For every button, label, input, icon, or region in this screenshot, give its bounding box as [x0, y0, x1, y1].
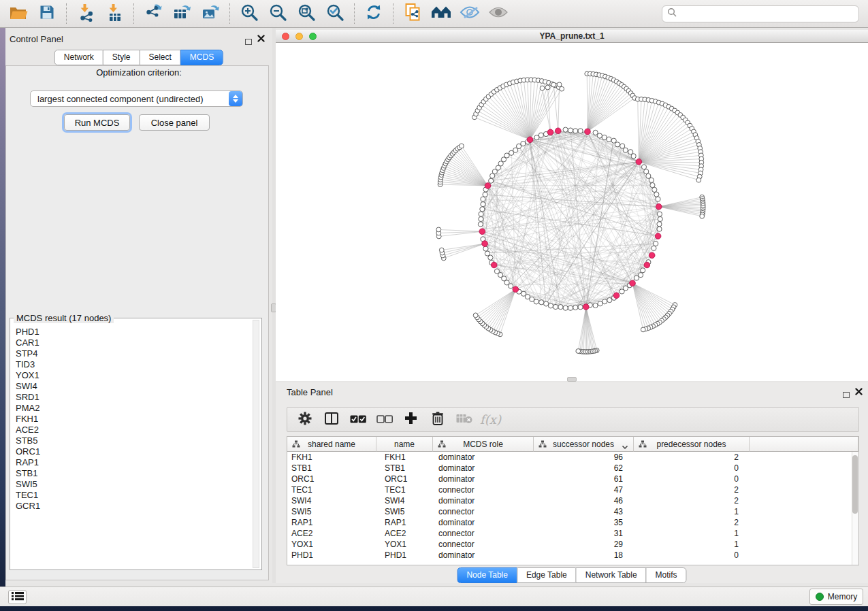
table-scrollbar[interactable] — [852, 452, 858, 565]
maximize-window-icon[interactable] — [309, 33, 317, 40]
table-split-view-button[interactable] — [318, 410, 344, 430]
criterion-dropdown[interactable]: largest connected component (undirected) — [30, 90, 243, 107]
table-cell: 0 — [634, 463, 750, 473]
table-row[interactable]: SWI5SWI5connector431 — [287, 506, 858, 517]
table-cell: FKH1 — [376, 452, 433, 462]
show-all-button[interactable] — [484, 2, 513, 25]
import-network-button[interactable] — [71, 2, 100, 25]
float-window-icon[interactable] — [245, 35, 252, 48]
network-window-titlebar[interactable]: YPA_prune.txt_1 — [276, 30, 868, 43]
tab-motifs[interactable]: Motifs — [646, 567, 687, 583]
import-table-button[interactable] — [100, 2, 129, 25]
table-cell: SWI4 — [287, 496, 376, 506]
mcds-result-item[interactable]: TEC1 — [16, 490, 249, 501]
table-row[interactable]: RAP1RAP1dominator352 — [287, 517, 858, 528]
mcds-result-list[interactable]: PHD1CAR1STP4TID3YOX1SWI4SRD1PMA2FKH1ACE2… — [16, 327, 249, 567]
horizontal-splitter-handle[interactable] — [567, 377, 577, 382]
select-all-rows-button[interactable] — [344, 410, 371, 430]
mcds-result-item[interactable]: SWI4 — [16, 381, 249, 392]
table-cell: dominator — [433, 474, 534, 484]
mcds-result-item[interactable]: SWI5 — [16, 479, 249, 490]
export-network-button[interactable] — [139, 2, 167, 25]
minimize-window-icon[interactable] — [295, 33, 303, 40]
close-window-icon[interactable] — [282, 33, 289, 40]
zoom-fit-button[interactable] — [292, 2, 321, 25]
sort-descending-icon — [622, 442, 628, 452]
tab-network-table[interactable]: Network Table — [576, 567, 647, 583]
gear-icon — [298, 412, 312, 428]
open-file-button[interactable] — [4, 2, 33, 25]
column-label: name — [394, 440, 415, 449]
zoom-in-button[interactable] — [235, 2, 263, 25]
tab-style[interactable]: Style — [103, 50, 140, 65]
network-window-title: YPA_prune.txt_1 — [539, 31, 604, 41]
export-image-button[interactable] — [196, 2, 225, 25]
table-cell: connector — [433, 540, 534, 549]
search-input[interactable] — [677, 7, 858, 21]
table-row[interactable]: ACE2ACE2connector311 — [287, 528, 858, 539]
table-cell: dominator — [433, 496, 534, 506]
close-panel-button[interactable]: Close panel — [139, 114, 210, 131]
table-row[interactable]: SWI4SWI4dominator462 — [287, 495, 858, 506]
node-table-body[interactable]: FKH1FKH1dominator962STB1STB1dominator620… — [287, 452, 858, 561]
tab-network[interactable]: Network — [54, 50, 103, 65]
table-row[interactable]: YOX1YOX1connector291 — [287, 539, 858, 550]
export-table-button[interactable] — [167, 2, 196, 25]
column-header-mcds-role[interactable]: MCDS role — [433, 437, 534, 452]
tab-select[interactable]: Select — [140, 50, 181, 65]
table-row[interactable]: ORC1ORC1dominator610 — [287, 474, 858, 484]
zoom-out-button[interactable] — [263, 2, 292, 25]
run-mcds-button[interactable]: Run MCDS — [64, 114, 130, 131]
save-session-button[interactable] — [33, 2, 61, 25]
column-header-shared-name[interactable]: shared name — [287, 437, 376, 452]
mcds-result-item[interactable]: ORC1 — [16, 446, 249, 457]
deselect-all-rows-button[interactable] — [371, 410, 398, 430]
memory-status-icon — [816, 593, 824, 601]
mcds-result-item[interactable]: ACE2 — [16, 425, 249, 435]
table-row[interactable]: STB1STB1dominator620 — [287, 463, 858, 474]
memory-button[interactable]: Memory — [809, 589, 863, 605]
mcds-result-item[interactable]: GCR1 — [16, 501, 249, 512]
column-header-name[interactable]: name — [376, 437, 433, 452]
mcds-result-item[interactable]: PHD1 — [16, 327, 249, 337]
mcds-result-item[interactable]: PMA2 — [16, 403, 249, 414]
refresh-button[interactable] — [359, 2, 388, 25]
table-cell: 0 — [634, 550, 750, 560]
tab-edge-table[interactable]: Edge Table — [517, 567, 577, 583]
tab-node-table[interactable]: Node Table — [457, 567, 517, 583]
task-history-button[interactable] — [8, 590, 27, 604]
mcds-result-item[interactable]: STP4 — [16, 348, 249, 359]
mcds-list-scrollbar[interactable] — [253, 320, 259, 568]
table-row[interactable]: TEC1TEC1connector472 — [287, 484, 858, 495]
column-header-successor-nodes[interactable]: successor nodes — [534, 437, 634, 452]
mcds-result-item[interactable]: RAP1 — [16, 457, 249, 468]
mcds-result-item[interactable]: STB1 — [16, 468, 249, 479]
create-column-button[interactable] — [398, 410, 424, 430]
zoom-selected-button[interactable] — [321, 2, 349, 25]
node-table-header: shared name name MCDS role successor nod… — [287, 437, 858, 452]
table-scrollbar-thumb[interactable] — [852, 455, 858, 514]
mcds-result-item[interactable]: YOX1 — [16, 370, 249, 381]
mcds-result-item[interactable]: FKH1 — [16, 414, 249, 425]
mcds-result-item[interactable]: SRD1 — [16, 392, 249, 403]
float-table-panel-icon[interactable] — [843, 389, 850, 401]
mcds-result-item[interactable]: CAR1 — [16, 337, 249, 348]
table-cell: 18 — [534, 550, 634, 560]
mcds-result-item[interactable]: TID3 — [16, 359, 249, 370]
network-graph — [276, 43, 868, 381]
table-cell: PHD1 — [287, 550, 376, 560]
hide-selected-button[interactable] — [455, 2, 484, 25]
clone-network-button[interactable] — [398, 2, 427, 25]
column-header-predecessor-nodes[interactable]: predecessor nodes — [634, 437, 750, 452]
table-row[interactable]: PHD1PHD1dominator180 — [287, 550, 858, 561]
first-neighbors-button[interactable] — [427, 2, 455, 25]
network-view[interactable] — [276, 43, 868, 381]
close-panel-icon[interactable] — [257, 35, 265, 42]
tab-mcds[interactable]: MCDS — [180, 50, 223, 65]
table-row[interactable]: FKH1FKH1dominator962 — [287, 452, 858, 463]
delete-column-button[interactable] — [424, 410, 451, 430]
table-settings-button[interactable] — [291, 410, 318, 430]
table-cell: 43 — [534, 507, 634, 516]
close-table-panel-icon[interactable] — [855, 388, 863, 395]
mcds-result-item[interactable]: STB5 — [16, 435, 249, 446]
